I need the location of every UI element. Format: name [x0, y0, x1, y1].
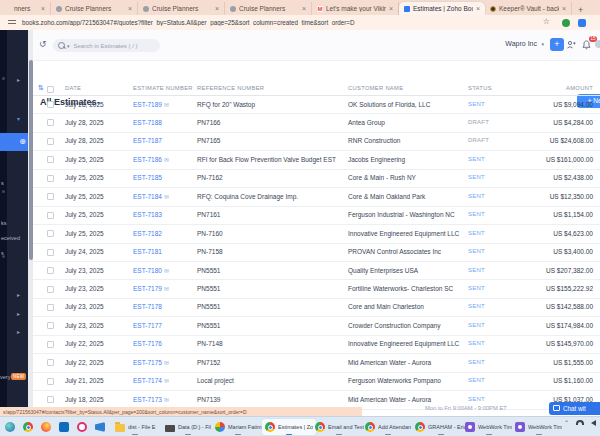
- bookmark-star-icon[interactable]: ☆: [543, 17, 550, 26]
- chat-with-us-button[interactable]: Chat wit: [549, 402, 600, 415]
- sidebar-item-label-fragment[interactable]: s: [1, 250, 4, 256]
- recent-history-icon[interactable]: ↺: [39, 39, 47, 49]
- row-checkbox[interactable]: [47, 378, 54, 385]
- table-row[interactable]: July 23, 2025EST-7178PN5551Core and Main…: [33, 298, 600, 317]
- row-checkbox[interactable]: [47, 249, 54, 256]
- row-checkbox[interactable]: [47, 341, 54, 348]
- taskbar-window-button[interactable]: dist - File E: [112, 419, 159, 435]
- browser-tab[interactable]: Cruise Planners×: [225, 2, 312, 15]
- taskbar-pinned-edge[interactable]: [2, 419, 18, 435]
- estimate-number-link[interactable]: EST-7186✉: [133, 156, 169, 163]
- table-row[interactable]: July 28, 2025EST-7188PN7166Antea GroupDR…: [33, 113, 600, 132]
- tab-close-icon[interactable]: ×: [215, 5, 219, 12]
- chevron-down-icon[interactable]: ▾: [541, 41, 544, 47]
- table-row[interactable]: July 25, 2025EST-7186✉RFI for Back Flow …: [33, 150, 600, 169]
- table-row[interactable]: July 28, 2025EST-7189✉RFQ for 20" Wastop…: [33, 95, 600, 114]
- table-row[interactable]: July 25, 2025EST-7185PN-7162Core & Main …: [33, 169, 600, 188]
- taskbar-window-button[interactable]: Add Attendan: [362, 419, 414, 435]
- estimate-number-link[interactable]: EST-7173✉: [133, 396, 169, 403]
- taskbar-window-button[interactable]: Data (D:) - Fil: [162, 419, 214, 435]
- site-settings-icon[interactable]: [8, 19, 16, 26]
- sort-columns-icon[interactable]: ⇅: [38, 84, 44, 92]
- extension-icon[interactable]: [578, 19, 586, 27]
- table-row[interactable]: July 22, 2025EST-7175✉PN7152Mid American…: [33, 353, 600, 372]
- estimate-number-link[interactable]: EST-7185: [133, 174, 162, 181]
- taskbar-window-button[interactable]: Mariam Fatim: [212, 419, 265, 435]
- row-checkbox[interactable]: [47, 286, 54, 293]
- quick-add-button[interactable]: +: [550, 38, 564, 51]
- sidebar-item-estimates-active[interactable]: ⊕: [0, 133, 29, 151]
- taskbar-window-button[interactable]: Email and Text: [312, 419, 367, 435]
- tab-close-icon[interactable]: ×: [128, 5, 132, 12]
- browser-url-bar[interactable]: books.zoho.com/app/721563047#/quotes?fil…: [0, 15, 600, 30]
- taskbar-pinned-opera[interactable]: [74, 419, 90, 435]
- tab-close-icon[interactable]: ×: [41, 5, 45, 12]
- taskbar-pinned-outlook[interactable]: [56, 419, 72, 435]
- chevron-right-icon[interactable]: ▸: [17, 328, 20, 335]
- table-row[interactable]: July 22, 2025EST-7176PN-7148Innovative E…: [33, 335, 600, 354]
- sidebar-scrollbar-thumb[interactable]: [29, 60, 33, 260]
- sidebar-item-label-fragment[interactable]: eceived: [1, 235, 20, 241]
- tray-overflow-chevron-icon[interactable]: ⌃: [564, 419, 569, 426]
- sidebar-item-label-fragment[interactable]: s: [1, 180, 4, 186]
- select-all-checkbox[interactable]: [47, 86, 54, 93]
- row-checkbox[interactable]: [47, 156, 54, 163]
- estimate-number-link[interactable]: EST-7180✉: [133, 267, 169, 274]
- row-checkbox[interactable]: [47, 119, 54, 126]
- search-input[interactable]: ▾ Search in Estimates ( / ): [53, 39, 160, 52]
- estimate-number-link[interactable]: EST-7178: [133, 303, 162, 310]
- row-checkbox[interactable]: [47, 175, 54, 182]
- row-checkbox[interactable]: [47, 396, 54, 403]
- table-row[interactable]: July 25, 2025EST-7182PN-7160Innovative E…: [33, 224, 600, 243]
- sidebar-item-label-fragment[interactable]: very: [0, 374, 10, 380]
- user-avatar[interactable]: [595, 40, 600, 48]
- estimate-number-link[interactable]: EST-7175✉: [133, 359, 169, 366]
- browser-tab[interactable]: Cruise Planners×: [138, 2, 225, 15]
- row-checkbox[interactable]: [47, 304, 54, 311]
- estimate-number-link[interactable]: EST-7187: [133, 137, 162, 144]
- chevron-down-icon[interactable]: ▾: [17, 115, 20, 122]
- column-header-reference-number[interactable]: REFERENCE NUMBER: [197, 85, 264, 91]
- column-header-amount[interactable]: AMOUNT: [566, 85, 593, 91]
- browser-tab[interactable]: nners×: [0, 2, 51, 15]
- taskbar-pinned-vscode[interactable]: [92, 419, 108, 435]
- row-checkbox[interactable]: [47, 359, 54, 366]
- estimate-number-link[interactable]: EST-7183: [133, 211, 162, 218]
- browser-tab[interactable]: Keeper® Vault - backedI×: [485, 2, 572, 15]
- column-header-date[interactable]: DATE: [65, 85, 81, 91]
- chevron-right-icon[interactable]: ▸: [17, 76, 20, 83]
- wifi-icon[interactable]: [576, 420, 584, 425]
- row-checkbox[interactable]: [47, 230, 54, 237]
- taskbar-pinned-chrome[interactable]: [20, 419, 36, 435]
- browser-tab[interactable]: Estimates | Zoho Books×: [399, 2, 485, 15]
- browser-tab[interactable]: MLet's make your Viking w×: [312, 2, 399, 15]
- estimate-number-link[interactable]: EST-7177: [133, 322, 162, 329]
- table-row[interactable]: July 23, 2025EST-7179✉PN5551Fortiline Wa…: [33, 280, 600, 299]
- tab-close-icon[interactable]: ×: [476, 5, 480, 12]
- chevron-right-icon[interactable]: ▸: [17, 310, 20, 317]
- taskbar-window-button[interactable]: Estimates | Zo: [262, 419, 316, 435]
- estimate-number-link[interactable]: EST-7188: [133, 119, 162, 126]
- table-row[interactable]: July 21, 2025EST-7174✉Local projectFergu…: [33, 372, 600, 391]
- extension-icon[interactable]: [562, 19, 570, 27]
- row-checkbox[interactable]: [47, 267, 54, 274]
- taskbar-pinned-firefox[interactable]: [38, 419, 54, 435]
- column-header-status[interactable]: STATUS: [468, 85, 492, 91]
- chevron-down-icon[interactable]: ▾: [67, 43, 70, 49]
- tab-close-icon[interactable]: ×: [302, 5, 306, 12]
- new-tab-button[interactable]: +: [578, 5, 583, 15]
- table-row[interactable]: July 25, 2025EST-7184✉RFQ: Coquina Cove …: [33, 187, 600, 206]
- sidebar-item-label-fragment[interactable]: ks: [1, 220, 7, 226]
- table-row[interactable]: July 23, 2025EST-7177PN5551Crowder Const…: [33, 316, 600, 335]
- estimate-number-link[interactable]: EST-7184✉: [133, 193, 169, 200]
- column-header-estimate-number[interactable]: ESTIMATE NUMBER: [133, 85, 193, 91]
- estimate-number-link[interactable]: EST-7181: [133, 248, 162, 255]
- taskbar-window-button[interactable]: GRAHAM - Eric: [412, 419, 469, 435]
- chevron-right-icon[interactable]: ▸: [17, 291, 20, 298]
- address-bar-url[interactable]: books.zoho.com/app/721563047#/quotes?fil…: [22, 19, 512, 26]
- quick-create-estimate-icon[interactable]: ⊕: [19, 138, 26, 146]
- row-checkbox[interactable]: [47, 322, 54, 329]
- estimate-number-link[interactable]: EST-7179✉: [133, 285, 169, 292]
- table-row[interactable]: July 28, 2025EST-7187PN7165RNR Construct…: [33, 132, 600, 151]
- table-row[interactable]: July 23, 2025EST-7180✉PN5551Quality Ente…: [33, 261, 600, 280]
